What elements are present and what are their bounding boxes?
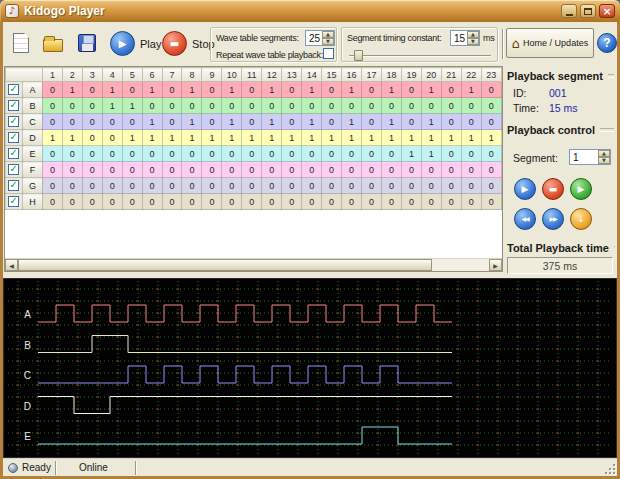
cell-H-21[interactable]: 0 [441,194,461,210]
row-checkbox-G[interactable]: ✓ [8,180,19,191]
cell-G-21[interactable]: 0 [441,178,461,194]
cell-F-22[interactable]: 0 [461,162,481,178]
cell-G-23[interactable]: 0 [481,178,501,194]
cell-G-18[interactable]: 0 [381,178,401,194]
cell-F-2[interactable]: 0 [62,162,82,178]
cell-D-10[interactable]: 1 [222,130,242,146]
cell-F-16[interactable]: 0 [342,162,362,178]
cell-C-19[interactable]: 0 [401,114,421,130]
cell-B-4[interactable]: 1 [102,98,122,114]
cell-F-18[interactable]: 0 [381,162,401,178]
cell-B-10[interactable]: 0 [222,98,242,114]
cell-E-14[interactable]: 0 [302,146,322,162]
cell-D-13[interactable]: 1 [282,130,302,146]
cell-E-3[interactable]: 0 [82,146,102,162]
cell-B-3[interactable]: 0 [82,98,102,114]
cell-B-14[interactable]: 0 [302,98,322,114]
cell-C-8[interactable]: 1 [182,114,202,130]
cell-E-15[interactable]: 0 [322,146,342,162]
cell-C-18[interactable]: 1 [381,114,401,130]
cell-D-12[interactable]: 1 [262,130,282,146]
cell-A-12[interactable]: 1 [262,82,282,98]
cell-E-7[interactable]: 0 [162,146,182,162]
cell-F-23[interactable]: 0 [481,162,501,178]
cell-G-10[interactable]: 0 [222,178,242,194]
cell-C-20[interactable]: 1 [421,114,441,130]
cell-C-5[interactable]: 0 [122,114,142,130]
cell-B-7[interactable]: 0 [162,98,182,114]
cell-G-17[interactable]: 0 [362,178,382,194]
cell-G-4[interactable]: 0 [102,178,122,194]
cell-D-8[interactable]: 1 [182,130,202,146]
cell-G-7[interactable]: 0 [162,178,182,194]
cell-C-11[interactable]: 0 [242,114,262,130]
grid-horizontal-scrollbar[interactable]: ◀ ▶ [5,258,502,271]
repeat-playback-checkbox[interactable] [323,48,334,59]
panel-play-button[interactable]: ▶ [514,178,536,200]
forward-button[interactable]: ▶▶ [542,208,564,230]
cell-F-21[interactable]: 0 [441,162,461,178]
cell-H-13[interactable]: 0 [282,194,302,210]
cell-F-8[interactable]: 0 [182,162,202,178]
scroll-right-icon[interactable]: ▶ [489,259,502,271]
cell-H-1[interactable]: 0 [42,194,62,210]
cell-D-22[interactable]: 1 [461,130,481,146]
cell-D-7[interactable]: 1 [162,130,182,146]
stop-button[interactable]: ▬ Stop [162,31,215,56]
cell-B-22[interactable]: 0 [461,98,481,114]
cell-C-15[interactable]: 0 [322,114,342,130]
cell-B-18[interactable]: 0 [381,98,401,114]
panel-stop-button[interactable]: ▬ [542,178,564,200]
cell-G-5[interactable]: 0 [122,178,142,194]
scroll-left-icon[interactable]: ◀ [5,259,18,271]
cell-F-12[interactable]: 0 [262,162,282,178]
cell-H-8[interactable]: 0 [182,194,202,210]
wave-segments-value[interactable]: 25 [306,31,322,45]
cell-A-10[interactable]: 1 [222,82,242,98]
cell-F-10[interactable]: 0 [222,162,242,178]
cell-C-10[interactable]: 1 [222,114,242,130]
cell-G-13[interactable]: 0 [282,178,302,194]
cell-C-23[interactable]: 0 [481,114,501,130]
row-checkbox-F[interactable]: ✓ [8,164,19,175]
minimize-button[interactable] [561,4,577,18]
cell-F-17[interactable]: 0 [362,162,382,178]
cell-G-15[interactable]: 0 [322,178,342,194]
cell-E-13[interactable]: 0 [282,146,302,162]
cell-E-21[interactable]: 0 [441,146,461,162]
cell-A-17[interactable]: 0 [362,82,382,98]
cell-E-8[interactable]: 0 [182,146,202,162]
cell-E-11[interactable]: 0 [242,146,262,162]
help-button[interactable]: ? [597,33,617,53]
cell-E-16[interactable]: 0 [342,146,362,162]
cell-E-19[interactable]: 1 [401,146,421,162]
cell-B-13[interactable]: 0 [282,98,302,114]
cell-A-8[interactable]: 1 [182,82,202,98]
cell-A-9[interactable]: 0 [202,82,222,98]
cell-A-5[interactable]: 0 [122,82,142,98]
cell-B-2[interactable]: 0 [62,98,82,114]
spin-up-icon[interactable]: ▲ [467,31,479,38]
cell-F-15[interactable]: 0 [322,162,342,178]
cell-H-20[interactable]: 0 [421,194,441,210]
play-button[interactable]: ▶ Play [110,31,161,56]
timing-spinner[interactable]: 15 ▲▼ [450,30,480,46]
rewind-button[interactable]: ◀◀ [514,208,536,230]
cell-E-1[interactable]: 0 [42,146,62,162]
cell-E-4[interactable]: 0 [102,146,122,162]
cell-F-20[interactable]: 0 [421,162,441,178]
cell-B-5[interactable]: 1 [122,98,142,114]
cell-D-3[interactable]: 0 [82,130,102,146]
cell-A-22[interactable]: 1 [461,82,481,98]
cell-D-14[interactable]: 1 [302,130,322,146]
cell-G-16[interactable]: 0 [342,178,362,194]
cell-B-8[interactable]: 0 [182,98,202,114]
cell-A-3[interactable]: 0 [82,82,102,98]
cell-G-22[interactable]: 0 [461,178,481,194]
cell-E-23[interactable]: 0 [481,146,501,162]
cell-E-17[interactable]: 0 [362,146,382,162]
cell-H-19[interactable]: 0 [401,194,421,210]
resize-grip[interactable] [603,462,616,475]
down-button[interactable]: ↓ [570,208,592,230]
cell-G-11[interactable]: 0 [242,178,262,194]
